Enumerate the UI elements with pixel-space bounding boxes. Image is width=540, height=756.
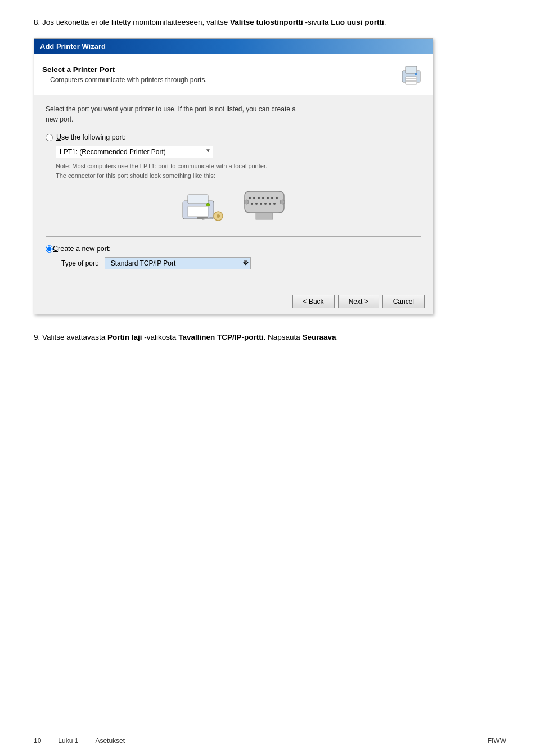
step9-text-before: Valitse avattavasta <box>42 333 107 341</box>
port-illustration <box>56 187 411 226</box>
use-port-option: Use the following port: <box>46 133 421 141</box>
step8-text-middle: -sivulla <box>303 18 331 26</box>
svg-point-25 <box>269 202 271 205</box>
use-port-radio[interactable] <box>46 134 53 141</box>
svg-point-17 <box>262 197 264 199</box>
tcp-dropdown[interactable]: Standard TCP/IP Port <box>105 257 251 269</box>
port-dropdown-wrapper[interactable]: LPT1: (Recommended Printer Port) <box>56 146 213 158</box>
step8-text-before: Jos tiekonetta ei ole liitetty monitoimi… <box>42 18 230 26</box>
create-port-label-rest: reate a new port: <box>58 245 111 253</box>
step9-text-middle: -valikosta <box>142 333 179 341</box>
step8-text-end: . <box>384 18 386 26</box>
svg-point-28 <box>280 200 285 204</box>
svg-point-16 <box>258 197 260 199</box>
footer-chapter-label: Asetukset <box>95 737 125 745</box>
create-port-label[interactable]: Create a new port: <box>53 245 111 253</box>
wizard-title-bar: Add Printer Wizard <box>34 39 433 54</box>
wizard-desc-line2: new port. <box>46 115 73 123</box>
wizard-header: Select a Printer Port Computers communic… <box>34 54 433 95</box>
port-dropdown[interactable]: LPT1: (Recommended Printer Port) <box>56 146 213 158</box>
wizard-button-bar: < Back Next > Cancel <box>34 289 433 314</box>
wizard-desc-line1: Select the port you want your printer to… <box>46 105 296 113</box>
step9-bold1: Portin laji <box>107 333 142 341</box>
use-port-label-u: U <box>56 133 61 141</box>
step9-text-end: . Napsauta <box>263 333 302 341</box>
port-dropdown-row: LPT1: (Recommended Printer Port) <box>56 146 421 158</box>
svg-point-23 <box>260 202 262 205</box>
footer-chapter: Luku 1 <box>58 737 78 745</box>
svg-rect-3 <box>415 73 417 75</box>
svg-point-18 <box>267 197 269 199</box>
note-text: Note: Most computers use the LPT1: port … <box>56 161 421 180</box>
svg-point-20 <box>276 197 278 199</box>
use-port-label-rest: se the following port: <box>61 133 126 141</box>
footer-brand: FIWW <box>488 737 506 745</box>
step9-bold2: Tavallinen TCP/IP-portti <box>178 333 263 341</box>
note-line2: The connector for this port should look … <box>56 172 215 179</box>
create-port-radio[interactable] <box>46 245 53 253</box>
use-port-label[interactable]: Use the following port: <box>56 133 126 141</box>
svg-rect-1 <box>406 66 417 73</box>
svg-point-15 <box>253 197 255 199</box>
step8-bold2: Luo uusi portti <box>331 18 384 26</box>
wizard-header-text: Select a Printer Port Computers communic… <box>42 65 207 84</box>
parallel-port-connector-icon <box>242 191 287 222</box>
svg-point-22 <box>255 202 258 205</box>
svg-rect-7 <box>188 195 208 204</box>
svg-point-27 <box>244 200 249 204</box>
step9-bold3: Seuraava <box>302 333 336 341</box>
svg-point-14 <box>249 197 251 199</box>
step8-bold1: Valitse tulostinportti <box>230 18 303 26</box>
footer-page-number: 10 <box>34 737 41 745</box>
wizard-header-subtitle: Computers communicate with printers thro… <box>50 76 207 84</box>
step9-text-final: . <box>336 333 339 341</box>
wizard-header-icon <box>398 61 425 88</box>
svg-rect-5 <box>406 80 417 82</box>
step9-paragraph: 9. Valitse avattavasta Portin laji -vali… <box>34 331 506 344</box>
type-of-port-label: Type of port: <box>61 259 99 267</box>
tcp-dropdown-wrapper[interactable]: Standard TCP/IP Port <box>105 257 251 269</box>
type-of-port-row: Type of port: Standard TCP/IP Port <box>61 257 421 269</box>
cancel-button[interactable]: Cancel <box>382 295 425 308</box>
wizard-header-title: Select a Printer Port <box>42 65 207 74</box>
svg-point-26 <box>273 202 276 205</box>
printer-illustration-icon <box>180 187 231 226</box>
create-port-row: Create a new port: <box>46 245 421 253</box>
next-button[interactable]: Next > <box>338 295 379 308</box>
add-printer-wizard: Add Printer Wizard Select a Printer Port… <box>34 38 433 314</box>
svg-rect-4 <box>406 78 417 79</box>
svg-point-19 <box>271 197 273 199</box>
create-port-section: Create a new port: Type of port: Standar… <box>46 245 421 269</box>
svg-point-24 <box>264 202 267 205</box>
step8-paragraph: 8. Jos tiekonetta ei ole liitetty monito… <box>34 17 506 28</box>
svg-rect-8 <box>188 206 208 217</box>
printer-icon <box>398 61 425 88</box>
step9-number: 9. <box>34 333 40 341</box>
svg-point-13 <box>217 214 220 218</box>
step8-number: 8. <box>34 18 40 26</box>
create-port-label-c: C <box>53 245 58 253</box>
svg-point-9 <box>206 203 210 206</box>
page-footer: 10 Luku 1 Asetukset FIWW <box>0 732 540 745</box>
wizard-separator <box>46 236 421 237</box>
footer-left: 10 Luku 1 Asetukset <box>34 737 125 745</box>
svg-point-21 <box>251 202 253 205</box>
wizard-main-content: Select the port you want your printer to… <box>34 95 433 278</box>
wizard-title-text: Add Printer Wizard <box>40 42 106 51</box>
back-button[interactable]: < Back <box>292 295 335 308</box>
note-line1: Note: Most computers use the LPT1: port … <box>56 163 267 169</box>
svg-rect-29 <box>256 213 273 219</box>
wizard-description: Select the port you want your printer to… <box>46 104 421 124</box>
